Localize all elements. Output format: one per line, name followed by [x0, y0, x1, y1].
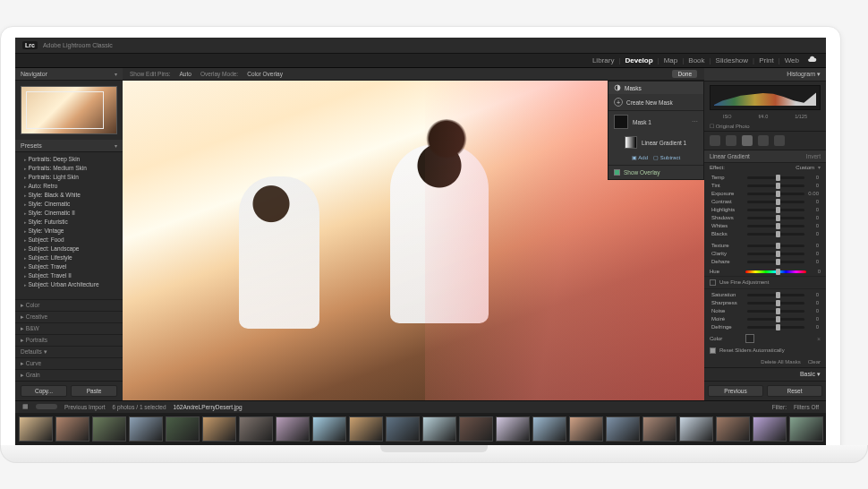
module-tab-book[interactable]: Book — [688, 56, 704, 64]
basic-panel-header[interactable]: Basic ▾ — [704, 367, 826, 381]
hue-slider[interactable]: Hue 0 — [704, 268, 826, 276]
preset-item[interactable]: Subject: Urban Architecture — [15, 279, 123, 288]
filmstrip-thumb[interactable] — [679, 416, 713, 442]
preset-item[interactable]: Subject: Landscape — [15, 244, 123, 253]
preset-item[interactable]: Auto: Retro — [15, 181, 123, 190]
filmstrip-thumb[interactable] — [92, 416, 126, 442]
slider-sharpness[interactable]: Sharpness0 — [706, 299, 824, 307]
filter-state[interactable]: Filters Off — [794, 404, 819, 410]
slider-temp[interactable]: Temp0 — [706, 174, 824, 182]
slider-noise[interactable]: Noise0 — [706, 307, 824, 315]
module-tab-print[interactable]: Print — [759, 56, 773, 64]
preset-group[interactable]: ▸ Portraits — [15, 334, 123, 346]
masks-header[interactable]: Masks — [608, 82, 703, 94]
module-tab-web[interactable]: Web — [785, 56, 799, 64]
reset-button[interactable]: Reset — [767, 385, 822, 397]
crop-tool-icon[interactable] — [710, 135, 720, 146]
mask-item[interactable]: Mask 1 ⋯ — [608, 111, 703, 133]
create-new-mask[interactable]: + Create New Mask — [608, 94, 703, 111]
paste-button[interactable]: Paste — [71, 385, 117, 397]
slider-shadows[interactable]: Shadows0 — [706, 214, 824, 222]
original-photo-toggle[interactable]: ☐ Original Photo — [704, 121, 826, 132]
filmstrip-thumb[interactable] — [202, 416, 236, 442]
preset-group[interactable]: ▸ Creative — [15, 311, 123, 322]
navigator-header[interactable]: Navigator ▾ — [15, 68, 123, 81]
overlay-mode-value[interactable]: Color Overlay — [247, 71, 283, 77]
redeye-tool-icon[interactable] — [758, 135, 769, 146]
more-icon[interactable]: ⋯ — [692, 118, 698, 125]
slider-moiré[interactable]: Moiré0 — [706, 315, 824, 323]
brush-tool-icon[interactable] — [774, 135, 785, 146]
defaults-section[interactable]: Defaults ▾ — [15, 346, 123, 357]
histogram[interactable] — [710, 85, 821, 110]
filmstrip-thumb[interactable] — [386, 416, 420, 442]
main-photo[interactable]: Masks + Create New Mask Mask 1 ⋯ Linear … — [123, 81, 704, 400]
slider-texture[interactable]: Texture0 — [706, 242, 824, 250]
filmstrip-thumb[interactable] — [496, 416, 530, 442]
filmstrip-thumb[interactable] — [532, 416, 566, 442]
slider-exposure[interactable]: Exposure0.00 — [706, 190, 824, 198]
filmstrip-thumb[interactable] — [569, 416, 603, 442]
preset-item[interactable]: Style: Cinematic II — [15, 208, 123, 217]
slider-clarity[interactable]: Clarity0 — [706, 250, 824, 258]
previous-button[interactable]: Previous — [708, 385, 763, 397]
mask-component[interactable]: Linear Gradient 1 — [608, 133, 703, 152]
done-button[interactable]: Done — [672, 70, 697, 78]
preset-group[interactable]: ▸ Color — [15, 299, 123, 311]
hue-track[interactable] — [745, 270, 806, 273]
preset-item[interactable]: Portraits: Light Skin — [15, 172, 123, 181]
reset-sliders-auto-toggle[interactable]: Reset Sliders Automatically — [704, 345, 826, 356]
mask-subtract-button[interactable]: ▢ Subtract — [653, 154, 680, 160]
module-tab-develop[interactable]: Develop — [625, 56, 652, 64]
filmstrip-thumb[interactable] — [606, 416, 640, 442]
presets-header[interactable]: Presets ▾ — [15, 140, 123, 152]
module-tab-map[interactable]: Map — [664, 56, 678, 64]
slider-highlights[interactable]: Highlights0 — [706, 206, 824, 214]
filmstrip-thumb[interactable] — [642, 416, 677, 442]
preset-item[interactable]: Style: Vintage — [15, 226, 123, 235]
slider-dehaze[interactable]: Dehaze0 — [706, 258, 824, 266]
slider-defringe[interactable]: Defringe0 — [706, 323, 824, 331]
copy-button[interactable]: Copy... — [21, 385, 67, 397]
delete-all-masks-link[interactable]: Delete All Masks — [761, 359, 800, 365]
filmstrip-thumb[interactable] — [276, 416, 310, 442]
edit-pins-auto[interactable]: Auto — [180, 71, 191, 77]
filmstrip-thumb[interactable] — [166, 416, 200, 442]
color-swatch[interactable] — [745, 334, 754, 343]
preset-group[interactable]: ▸ Grain — [15, 369, 123, 381]
grid-view-icon[interactable]: ▦ — [22, 403, 29, 410]
preset-item[interactable]: Style: Black & White — [15, 190, 123, 199]
cloud-sync-icon[interactable] — [807, 56, 817, 65]
close-icon[interactable]: × — [817, 336, 821, 342]
color-row[interactable]: Color × — [704, 333, 826, 345]
filmstrip-thumb[interactable] — [789, 416, 823, 442]
show-overlay-toggle[interactable]: Show Overlay — [608, 165, 703, 179]
module-tab-library[interactable]: Library — [592, 56, 614, 64]
navigator-preview[interactable] — [21, 86, 117, 134]
preset-item[interactable]: Subject: Travel — [15, 262, 123, 270]
slider-blacks[interactable]: Blacks0 — [706, 230, 824, 238]
thumb-size-slider[interactable] — [36, 404, 57, 409]
clear-link[interactable]: Clear — [808, 359, 821, 365]
histogram-header[interactable]: Histogram ▾ — [704, 68, 826, 82]
filmstrip[interactable] — [15, 413, 826, 445]
filmstrip-thumb[interactable] — [312, 416, 346, 442]
filmstrip-thumb[interactable] — [129, 416, 163, 442]
preset-group[interactable]: ▸ B&W — [15, 322, 123, 334]
preset-item[interactable]: Subject: Travel II — [15, 270, 123, 279]
filmstrip-thumb[interactable] — [459, 416, 493, 442]
heal-tool-icon[interactable] — [726, 135, 736, 146]
filmstrip-thumb[interactable] — [55, 416, 89, 442]
preset-item[interactable]: Portraits: Medium Skin — [15, 163, 123, 172]
source-label[interactable]: Previous Import — [64, 404, 106, 410]
module-tab-slideshow[interactable]: Slideshow — [716, 56, 748, 64]
preset-item[interactable]: Subject: Food — [15, 235, 123, 244]
effect-dropdown[interactable]: Custom — [796, 165, 814, 170]
slider-tint[interactable]: Tint0 — [706, 182, 824, 190]
filmstrip-thumb[interactable] — [753, 416, 787, 442]
mask-add-button[interactable]: ▣ Add — [632, 154, 648, 160]
preset-group[interactable]: ▸ Curve — [15, 357, 123, 369]
filmstrip-thumb[interactable] — [239, 416, 273, 442]
slider-contrast[interactable]: Contrast0 — [706, 198, 824, 206]
preset-item[interactable]: Style: Cinematic — [15, 199, 123, 208]
